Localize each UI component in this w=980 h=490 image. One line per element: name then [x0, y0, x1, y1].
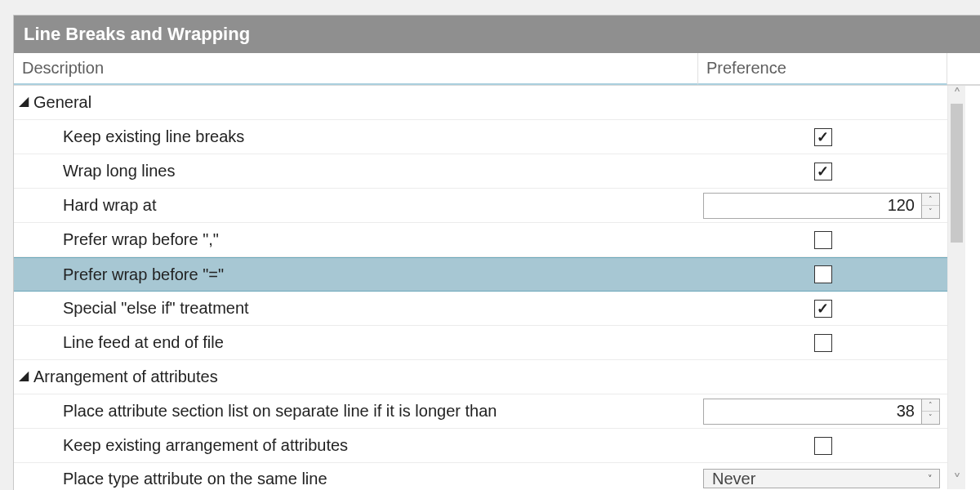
column-headers: Description Preference [14, 53, 980, 86]
vertical-scrollbar[interactable]: ˄ ˅ [947, 86, 965, 489]
scroll-up-icon[interactable]: ˄ [948, 86, 965, 104]
number-input-hard-wrap-at[interactable]: 120 ˄ ˅ [703, 193, 940, 219]
check-icon: ✓ [817, 130, 829, 145]
setting-label: Line feed at end of file [63, 333, 224, 352]
column-header-preference[interactable]: Preference [698, 53, 947, 85]
row-keep-existing-line-breaks[interactable]: Keep existing line breaks ✓ [14, 120, 947, 154]
stepper-up-icon[interactable]: ˄ [922, 399, 939, 412]
setting-label: Place attribute section list on separate… [63, 402, 497, 421]
content-area: ◢ General Keep existing line breaks ✓ Wr… [14, 86, 980, 489]
column-header-description[interactable]: Description [14, 53, 698, 85]
stepper-down-icon[interactable]: ˅ [922, 412, 939, 424]
number-field[interactable]: 38 [703, 399, 922, 425]
setting-label: Prefer wrap before "=" [63, 265, 224, 284]
row-keep-existing-arrangement[interactable]: Keep existing arrangement of attributes [14, 429, 947, 463]
stepper-up-icon[interactable]: ˄ [922, 194, 939, 207]
number-stepper[interactable]: ˄ ˅ [922, 193, 940, 219]
number-field[interactable]: 120 [703, 193, 922, 219]
checkbox-keep-existing-arrangement[interactable] [814, 437, 832, 455]
row-prefer-wrap-before-equals[interactable]: Prefer wrap before "=" [14, 257, 947, 292]
setting-label: Special "else if" treatment [63, 299, 249, 318]
checkbox-special-else-if[interactable]: ✓ [814, 300, 832, 318]
row-special-else-if[interactable]: Special "else if" treatment ✓ [14, 292, 947, 326]
settings-panel: Line Breaks and Wrapping Description Pre… [13, 15, 980, 490]
number-stepper[interactable]: ˄ ˅ [922, 399, 940, 425]
checkbox-prefer-wrap-before-equals[interactable] [814, 265, 832, 283]
chevron-down-icon: ˅ [928, 474, 933, 484]
checkbox-wrap-long-lines[interactable]: ✓ [814, 163, 832, 180]
setting-label: Hard wrap at [63, 196, 157, 215]
scroll-thumb[interactable] [951, 104, 963, 243]
setting-label: Wrap long lines [63, 162, 175, 180]
settings-rows: ◢ General Keep existing line breaks ✓ Wr… [14, 86, 947, 489]
row-hard-wrap-at[interactable]: Hard wrap at 120 ˄ ˅ [14, 189, 947, 223]
group-label: General [33, 93, 91, 112]
check-icon: ✓ [817, 164, 829, 179]
setting-label: Keep existing line breaks [63, 127, 244, 146]
setting-label: Place type attribute on the same line [63, 470, 327, 488]
row-place-type-attribute-same-line[interactable]: Place type attribute on the same line Ne… [14, 463, 947, 488]
stepper-down-icon[interactable]: ˅ [922, 206, 939, 218]
checkbox-prefer-wrap-before-comma[interactable] [814, 231, 832, 249]
row-line-feed-eof[interactable]: Line feed at end of file [14, 326, 947, 360]
row-wrap-long-lines[interactable]: Wrap long lines ✓ [14, 154, 947, 189]
number-input-attr-section-len[interactable]: 38 ˄ ˅ [703, 399, 940, 425]
scroll-down-icon[interactable]: ˅ [948, 471, 965, 489]
group-label: Arrangement of attributes [33, 368, 218, 386]
group-arrangement-attributes[interactable]: ◢ Arrangement of attributes [14, 360, 947, 394]
row-place-attr-section-separate[interactable]: Place attribute section list on separate… [14, 394, 947, 429]
panel-title: Line Breaks and Wrapping [24, 24, 250, 45]
column-header-spacer [947, 53, 980, 85]
check-icon: ✓ [817, 301, 829, 316]
expand-icon: ◢ [19, 368, 29, 383]
checkbox-line-feed-eof[interactable] [814, 334, 832, 352]
group-general[interactable]: ◢ General [14, 86, 947, 120]
panel-title-bar: Line Breaks and Wrapping [14, 16, 980, 53]
checkbox-keep-existing-line-breaks[interactable]: ✓ [814, 128, 832, 146]
row-prefer-wrap-before-comma[interactable]: Prefer wrap before "," [14, 223, 947, 257]
select-place-type-attribute[interactable]: Never ˅ [703, 469, 940, 488]
setting-label: Keep existing arrangement of attributes [63, 436, 348, 455]
setting-label: Prefer wrap before "," [63, 230, 219, 249]
expand-icon: ◢ [19, 93, 29, 109]
select-value: Never [712, 470, 755, 488]
